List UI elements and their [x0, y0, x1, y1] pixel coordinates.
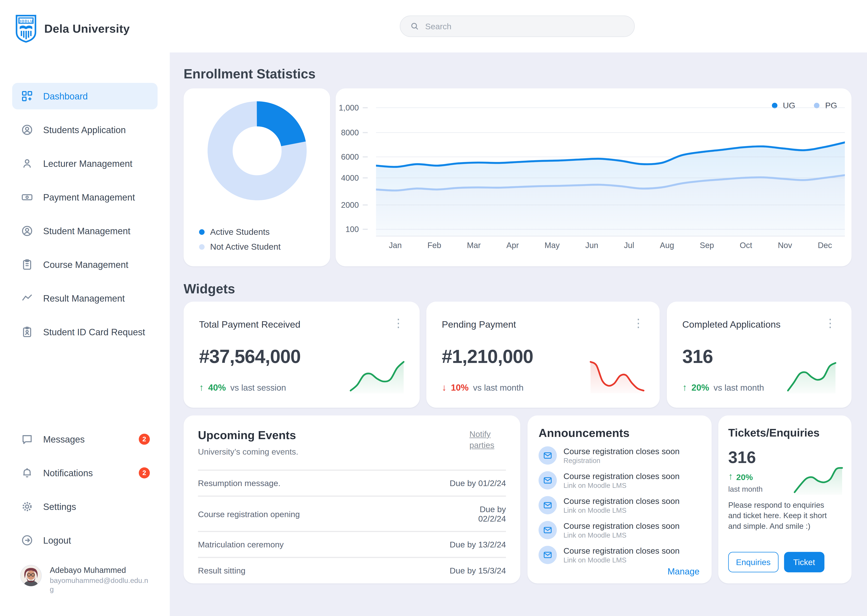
- enquiries-button[interactable]: Enquiries: [728, 552, 778, 572]
- announcements-list: Course registration closes soon Registra…: [539, 446, 700, 564]
- announcement-item: Course registration closes soon Registra…: [539, 446, 700, 465]
- sidebar-item-student-management[interactable]: Student Management: [12, 218, 158, 244]
- pending-payment-card: Pending Payment ⋮ #1,210,000 ↓ 10% vs la…: [426, 302, 660, 408]
- dashboard-icon: [21, 90, 33, 102]
- trend-line-icon: [21, 292, 33, 304]
- search-bar: [400, 16, 635, 37]
- sidebar-item-course-management[interactable]: Course Management: [12, 251, 158, 278]
- notifications-badge: 2: [139, 467, 150, 478]
- event-name: Result sitting: [198, 566, 246, 575]
- ticket-button[interactable]: Ticket: [784, 552, 824, 572]
- legend-item-not-active-students: Not Active Student: [199, 239, 281, 254]
- messages-badge: 2: [139, 434, 150, 445]
- month-label: Aug: [660, 241, 674, 250]
- card-delta: ↑ 40% vs last session: [199, 382, 286, 393]
- sidebar-item-label: Settings: [43, 501, 76, 512]
- y-tick: 100: [345, 225, 368, 234]
- x-axis-labels: Jan Feb Mar Apr May Jun Jul Aug Sep Oct …: [376, 241, 845, 250]
- announcement-item: Course registration closes soon Link on …: [539, 471, 700, 489]
- announcement-item: Course registration closes soon Link on …: [539, 546, 700, 564]
- mail-icon: [539, 546, 557, 564]
- announcement-title: Course registration closes soon: [563, 446, 679, 456]
- sidebar-item-label: Logout: [43, 535, 71, 545]
- announcement-text: Course registration closes soon Link on …: [563, 546, 679, 564]
- sidebar-item-logout[interactable]: Logout: [12, 527, 158, 553]
- y-tick: 1,000: [339, 103, 368, 112]
- donut-legend: Active Students Not Active Student: [199, 225, 281, 254]
- payment-sparkline: [349, 358, 405, 395]
- event-row: Matriculation ceremony Due by 13/2/24: [198, 531, 506, 557]
- announcement-subtitle: Link on Moodle LMS: [563, 482, 679, 489]
- bell-icon: [21, 467, 33, 479]
- kebab-menu-icon[interactable]: ⋮: [629, 315, 648, 331]
- y-tick: 8000: [341, 128, 368, 137]
- announcement-item: Course registration closes soon Link on …: [539, 496, 700, 514]
- sidebar-footer-nav: Messages 2 Notifications 2 Settings: [0, 426, 170, 561]
- delta-percent: 40%: [208, 383, 226, 393]
- month-label: Feb: [427, 241, 441, 250]
- not-active-students-dot: [199, 244, 205, 250]
- y-tick: 6000: [341, 152, 368, 161]
- announcement-subtitle: Link on Moodle LMS: [563, 556, 679, 564]
- applications-sparkline: [786, 359, 837, 396]
- avatar: [20, 565, 42, 587]
- gear-icon: [21, 501, 33, 513]
- announcement-subtitle: Link on Moodle LMS: [563, 506, 679, 514]
- announcement-title: Course registration closes soon: [563, 496, 679, 506]
- page: DODLU Dela University Dashboard: [0, 0, 867, 616]
- card-title: Total Payment Received: [199, 319, 300, 330]
- sidebar-item-notifications[interactable]: Notifications 2: [12, 460, 158, 486]
- clipboard-icon: [21, 258, 33, 271]
- announcement-text: Course registration closes soon Link on …: [563, 496, 679, 514]
- sidebar-item-label: Student Management: [43, 226, 131, 236]
- card-title: Pending Payment: [442, 319, 516, 330]
- logo-text: DODLU: [19, 19, 33, 23]
- announcements-title: Announcements: [539, 426, 700, 440]
- card-value: #1,210,000: [442, 346, 533, 367]
- sidebar-item-dashboard[interactable]: Dashboard: [12, 83, 158, 109]
- logo-row: DODLU Dela University: [0, 0, 170, 43]
- announcement-title: Course registration closes soon: [563, 546, 679, 555]
- donut-chart: [184, 88, 330, 203]
- sidebar-item-settings[interactable]: Settings: [12, 493, 158, 520]
- tickets-delta-percent: 20%: [736, 472, 753, 481]
- events-list: Resumption message. Due by 01/2/24 Cours…: [198, 470, 506, 583]
- up-arrow-icon: ↑: [728, 471, 733, 482]
- card-delta: ↑ 20% vs last month: [683, 382, 764, 393]
- kebab-menu-icon[interactable]: ⋮: [389, 315, 408, 331]
- announcement-title: Course registration closes soon: [563, 471, 679, 481]
- legend-label: Active Students: [210, 227, 270, 237]
- sidebar-item-label: Result Management: [43, 293, 125, 303]
- announcement-text: Course registration closes soon Link on …: [563, 521, 679, 539]
- manage-link[interactable]: Manage: [667, 567, 700, 577]
- pending-sparkline: [589, 358, 645, 395]
- mail-icon: [539, 471, 557, 489]
- events-header-text: Upcoming Events University’s coming even…: [198, 429, 298, 456]
- event-name: Matriculation ceremony: [198, 540, 284, 549]
- sidebar-item-label: Dashboard: [43, 91, 88, 101]
- month-label: May: [544, 241, 560, 250]
- enrollment-line-chart: [376, 101, 845, 236]
- sidebar-item-messages[interactable]: Messages 2: [12, 426, 158, 453]
- delta-percent: 10%: [451, 383, 469, 393]
- kebab-menu-icon[interactable]: ⋮: [821, 315, 839, 331]
- tickets-sparkline: [793, 464, 844, 497]
- announcement-subtitle: Registration: [563, 457, 679, 465]
- announcement-text: Course registration closes soon Link on …: [563, 471, 679, 489]
- sidebar-item-payment-management[interactable]: Payment Management: [12, 184, 158, 211]
- sidebar-item-label: Students Application: [43, 124, 126, 135]
- legend-item-active-students: Active Students: [199, 225, 281, 239]
- sidebar-item-label: Notifications: [43, 468, 93, 478]
- university-shield-logo-icon: DODLU: [16, 14, 36, 43]
- user-circle-icon: [21, 225, 33, 237]
- sidebar-item-result-management[interactable]: Result Management: [12, 285, 158, 312]
- user-profile[interactable]: Adebayo Muhammed bayomuhammed@dodlu.edu.…: [0, 565, 170, 594]
- sidebar-item-students-application[interactable]: Students Application: [12, 116, 158, 143]
- sidebar-item-lecturer-management[interactable]: Lecturer Management: [12, 150, 158, 177]
- completed-applications-card: Completed Applications ⋮ 316 ↑ 20% vs la…: [667, 302, 851, 408]
- notify-parties-link[interactable]: Notify parties: [470, 429, 506, 456]
- sidebar-item-student-id-card-request[interactable]: Student ID Card Request: [12, 319, 158, 345]
- search-input[interactable]: [424, 21, 627, 31]
- announcement-title: Course registration closes soon: [563, 521, 679, 530]
- enrollment-trend-chart-card: UG PG 1,000 8000 6000 4000 2000 100 Jan …: [336, 88, 851, 266]
